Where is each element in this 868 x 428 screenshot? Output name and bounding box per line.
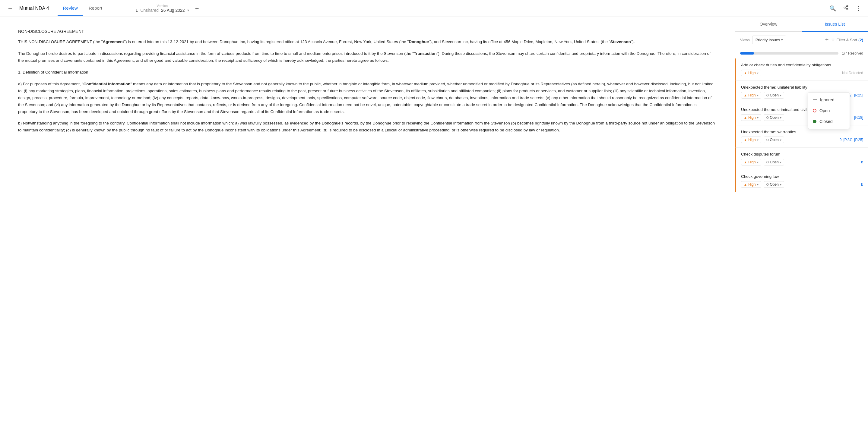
issue-links-5: b (861, 160, 863, 164)
back-button[interactable]: ← (5, 4, 16, 13)
dropdown-closed-label: Closed (819, 119, 833, 124)
status-dropdown-6[interactable]: Open ▾ (764, 181, 784, 188)
status-chevron-6: ▾ (780, 183, 781, 186)
status-dot-4 (766, 139, 769, 141)
tab-issues-list[interactable]: Issues List (802, 17, 868, 32)
filter-label: Filter & Sort (836, 38, 857, 42)
progress-bar (740, 52, 838, 55)
version-chevron-icon[interactable]: ▾ (187, 8, 189, 12)
issue-links-6: b (861, 183, 863, 187)
dropdown-item-ignored[interactable]: Ignored (808, 94, 849, 105)
status-chevron-4: ▾ (780, 138, 781, 142)
dropdown-item-open[interactable]: Open (808, 105, 849, 116)
status-dropdown-overlay: Ignored Open Closed (808, 92, 850, 129)
issue-links-4: 9 [P.24] [P.25] (840, 138, 863, 142)
version-label: Version (157, 4, 168, 7)
main-layout: NON-DISCLOSURE AGREEMENT THIS NON-DISCLO… (0, 17, 868, 428)
doc-para-5: b) Notwithstanding anything in the foreg… (18, 120, 717, 134)
views-chevron-icon: ▾ (781, 38, 783, 42)
priority-dropdown-5[interactable]: ▲ High ▾ (741, 159, 761, 165)
priority-label-4: High (748, 138, 756, 142)
document-area: NON-DISCLOSURE AGREEMENT THIS NON-DISCLO… (0, 17, 735, 428)
issue-link-p25-2[interactable]: [P.25] (854, 93, 863, 97)
priority-chevron-1: ▾ (757, 71, 758, 75)
panel-toolbar: Views Priority Issues ▾ + Filter & Sort … (735, 32, 868, 48)
issue-title-5: Check disputes forum (741, 152, 863, 157)
priority-dropdown-2[interactable]: ▲ High ▾ (741, 92, 761, 99)
priority-dropdown-3[interactable]: ▲ High ▾ (741, 114, 761, 121)
topbar: ← Mutual NDA 4 Review Report Version 1 U… (0, 0, 868, 17)
issue-title-4: Unexpected theme: warranties (741, 130, 863, 134)
tab-overview[interactable]: Overview (735, 17, 802, 32)
issue-link-p25-4[interactable]: [P.25] (854, 138, 863, 142)
views-label: Views (740, 38, 750, 42)
share-button[interactable] (841, 3, 850, 13)
status-dropdown-3[interactable]: Open ▾ (764, 114, 784, 121)
version-info: Version 1 Unshared 26 Aug 2022 ▾ (135, 4, 189, 13)
filter-count: (2) (858, 38, 863, 42)
issue-link-p18-3[interactable]: [P.18] (854, 116, 863, 120)
tab-report[interactable]: Report (83, 1, 108, 16)
views-dropdown[interactable]: Priority Issues ▾ (752, 36, 786, 44)
svg-point-2 (846, 8, 848, 10)
status-label-5: Open (770, 160, 779, 164)
add-issue-button[interactable]: + (825, 36, 829, 43)
dropdown-open-label: Open (819, 108, 830, 113)
doc-para-1: THIS NON-DISCLOSURE AGREEMENT (the "Agre… (18, 39, 717, 45)
issues-list: Add or check duties and confidentiality … (735, 59, 868, 428)
more-icon: ⋮ (856, 5, 861, 11)
priority-dropdown-6[interactable]: ▲ High ▾ (741, 181, 761, 188)
priority-chevron-4: ▾ (757, 138, 758, 142)
views-value: Priority Issues (755, 38, 780, 42)
ignored-icon (813, 99, 817, 100)
right-panel: Overview Issues List Views Priority Issu… (735, 17, 868, 428)
issue-link-9-4[interactable]: 9 (840, 138, 842, 142)
status-label-6: Open (770, 183, 779, 187)
priority-label-1: High (748, 71, 756, 75)
status-label-3: Open (770, 116, 779, 120)
issue-link-p24-4[interactable]: [P.24] (843, 138, 852, 142)
status-chevron-2: ▾ (780, 94, 781, 97)
status-dropdown-5[interactable]: Open ▾ (764, 159, 784, 165)
issue-row-1: ▲ High ▾ Not Detected (741, 70, 863, 76)
dropdown-item-closed[interactable]: Closed (808, 116, 849, 127)
doc-para-3: 1. Definition of Confidential Informatio… (18, 69, 717, 76)
status-dropdown-4[interactable]: Open ▾ (764, 136, 784, 143)
status-dot-3 (766, 116, 769, 119)
progress-fill (740, 52, 754, 55)
priority-chevron-3: ▾ (757, 116, 758, 119)
status-dot-2 (766, 94, 769, 96)
version-number: 1 (135, 7, 138, 13)
open-icon (813, 109, 816, 112)
svg-point-0 (846, 5, 848, 7)
dropdown-ignored-label: Ignored (820, 97, 834, 102)
tab-review[interactable]: Review (58, 1, 83, 16)
priority-dropdown-1[interactable]: ▲ High ▾ (741, 70, 761, 76)
doc-heading: NON-DISCLOSURE AGREEMENT (18, 29, 717, 34)
share-icon (843, 5, 849, 10)
search-button[interactable]: 🔍 (828, 3, 838, 13)
priority-dropdown-4[interactable]: ▲ High ▾ (741, 136, 761, 143)
status-dot-5 (766, 161, 769, 163)
issue-card-6: Check governing law ▲ High ▾ Open ▾ b (735, 170, 868, 192)
svg-point-1 (844, 7, 845, 8)
issue-links-3: [P.18] (854, 116, 863, 120)
add-button[interactable]: + (195, 4, 199, 12)
priority-chevron-5: ▾ (757, 161, 758, 164)
issue-title-2: Unexpected theme: unilateral liability (741, 85, 863, 90)
issue-link-b-5[interactable]: b (861, 160, 863, 164)
status-dropdown-2[interactable]: Open ▾ (764, 92, 784, 99)
priority-label-6: High (748, 183, 756, 187)
issue-row-6: ▲ High ▾ Open ▾ b (741, 181, 863, 188)
panel-tabs: Overview Issues List (735, 17, 868, 32)
topbar-tabs: Review Report (58, 1, 108, 16)
more-menu-button[interactable]: ⋮ (854, 3, 863, 13)
issue-title-6: Check governing law (741, 174, 863, 179)
status-label-4: Open (770, 138, 779, 142)
filter-icon (831, 38, 835, 42)
issue-link-b-6[interactable]: b (861, 183, 863, 187)
progress-row: 1/7 Resolved (735, 48, 868, 59)
filter-sort-button[interactable]: Filter & Sort (2) (831, 38, 863, 42)
priority-label-3: High (748, 116, 756, 120)
status-chevron-5: ▾ (780, 161, 781, 164)
